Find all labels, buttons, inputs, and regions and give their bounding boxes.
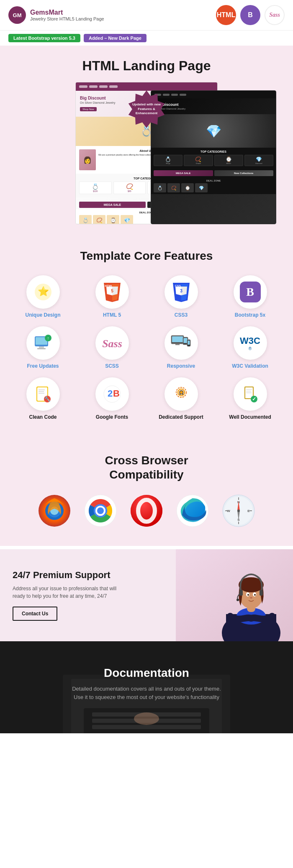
- unique-design-icon: ⭐: [26, 275, 60, 309]
- feature-scss: Sass SCSS: [82, 326, 142, 369]
- mock-nav-light: [76, 82, 217, 91]
- feature-well-documented: ✓ Well Documented: [220, 377, 280, 420]
- support-section: 24/7 Premium Support Address all your is…: [0, 549, 293, 641]
- hero-section: HTML Landing Page Big Discount On Silver…: [0, 46, 293, 233]
- svg-text:CSS: CSS: [175, 284, 181, 287]
- header-left: GM GemsMart Jewelry Store HTML5 Landing …: [8, 6, 104, 24]
- well-documented-label: Well Documented: [229, 414, 271, 420]
- google-fonts-label: Google Fonts: [96, 414, 128, 420]
- support-content: 24/7 Premium Support Address all your is…: [0, 549, 176, 641]
- feature-google-fonts: 2 B Google Fonts: [82, 377, 142, 420]
- chrome-browser: [84, 494, 117, 529]
- svg-rect-23: [175, 344, 180, 345]
- sass-badge: Sass: [265, 5, 285, 25]
- docs-section: Documentation Detailed documentation cov…: [0, 641, 293, 733]
- svg-text:✓: ✓: [252, 396, 256, 402]
- clean-code-icon: 🔧: [26, 377, 60, 411]
- svg-point-58: [97, 507, 104, 514]
- brand-subtitle: Jewelry Store HTML5 Landing Page: [30, 16, 104, 21]
- dedicated-support-icon: 🎧: [164, 377, 198, 411]
- svg-point-98: [134, 712, 159, 725]
- docs-content: Documentation Detailed documentation cov…: [8, 666, 285, 701]
- feature-free-updates: ↑ Free Updates: [13, 326, 73, 369]
- feature-bootstrap: B Bootstrap 5x: [220, 275, 280, 318]
- support-image: [176, 549, 293, 641]
- bootstrap-badge: B: [240, 5, 260, 25]
- feature-w3c: W3C ® W3C Validation: [220, 326, 280, 369]
- html5-label: HTML 5: [103, 312, 121, 318]
- hero-title: HTML Landing Page: [8, 58, 285, 74]
- svg-text:↑: ↑: [47, 336, 49, 341]
- svg-text:Sass: Sass: [102, 338, 122, 350]
- feature-unique-design: ⭐ Unique Design: [13, 275, 73, 318]
- svg-text:🎧: 🎧: [179, 390, 184, 395]
- logo-circle: GM: [8, 6, 26, 24]
- docs-description: Detailed documentation covers all ins an…: [8, 685, 285, 701]
- svg-rect-22: [172, 336, 183, 342]
- google-fonts-icon: 2 B: [95, 377, 129, 411]
- compat-section: Cross BrowserCompatibility: [0, 437, 293, 546]
- svg-rect-88: [239, 590, 243, 596]
- responsive-label: Responsive: [167, 363, 195, 369]
- free-updates-label: Free Updates: [27, 363, 59, 369]
- bootstrap-label: Bootstrap 5x: [235, 312, 265, 318]
- bootstrap-feature-icon: B: [234, 275, 267, 309]
- support-person-svg: [176, 549, 293, 641]
- svg-rect-25: [183, 338, 187, 343]
- svg-rect-97: [92, 725, 201, 729]
- safari-browser: N S E W: [222, 494, 255, 529]
- css3-icon: 3 CSS: [164, 275, 198, 309]
- features-title: Template Core Features: [8, 249, 285, 263]
- svg-point-85: [247, 594, 249, 596]
- dark-page-pill: Added – New Dark Page: [84, 34, 146, 42]
- browsers-row: N S E W: [8, 494, 285, 529]
- brand-info: GemsMart Jewelry Store HTML5 Landing Pag…: [30, 9, 104, 21]
- svg-text:3: 3: [180, 289, 182, 293]
- svg-point-87: [250, 597, 252, 599]
- svg-text:⭐: ⭐: [37, 286, 49, 297]
- features-section: Template Core Features ⭐ Unique Design 5: [0, 233, 293, 437]
- svg-text:W: W: [227, 509, 230, 513]
- svg-point-75: [237, 510, 240, 512]
- svg-rect-16: [39, 346, 44, 348]
- preview-container: Big Discount On Silver Diamond Jewelry S…: [17, 82, 276, 224]
- firefox-browser: [38, 494, 71, 529]
- svg-text:🔧: 🔧: [44, 396, 50, 402]
- docs-title: Documentation: [8, 666, 285, 680]
- responsive-icon: [164, 326, 198, 360]
- bootstrap-pill: Latest Bootstrap version 5.3: [8, 34, 80, 42]
- css3-label: CSS3: [175, 312, 188, 318]
- feature-responsive: Responsive: [151, 326, 211, 369]
- scss-icon: Sass: [95, 326, 129, 360]
- support-title: 24/7 Premium Support: [13, 570, 163, 581]
- w3c-label: W3C Validation: [232, 363, 268, 369]
- brand-name: GemsMart: [30, 9, 104, 16]
- preview-dark: Big Discount On Silver Diamond Jewelry 💎…: [151, 90, 276, 224]
- unique-design-label: Unique Design: [25, 312, 60, 318]
- scss-label: SCSS: [105, 363, 119, 369]
- opera-browser: [130, 494, 163, 529]
- compat-title: Cross BrowserCompatibility: [8, 453, 285, 481]
- header: GM GemsMart Jewelry Store HTML5 Landing …: [0, 0, 293, 31]
- feature-dedicated-support: 🎧 Dedicated Support: [151, 377, 211, 420]
- svg-point-90: [236, 599, 239, 601]
- well-documented-icon: ✓: [234, 377, 267, 411]
- clean-code-label: Clean Code: [29, 414, 57, 420]
- svg-text:2: 2: [108, 388, 113, 399]
- feature-clean-code: 🔧 Clean Code: [13, 377, 73, 420]
- features-grid: ⭐ Unique Design 5 HTML HTML 5: [13, 275, 280, 420]
- support-description: Address all your issue to professionals …: [13, 585, 130, 600]
- header-badges: HTML B Sass: [216, 5, 285, 25]
- svg-rect-27: [188, 341, 190, 345]
- svg-point-86: [254, 594, 256, 596]
- svg-text:B: B: [113, 388, 120, 399]
- contact-button[interactable]: Contact Us: [13, 607, 57, 621]
- free-updates-icon: ↑: [26, 326, 60, 360]
- svg-text:HTML: HTML: [105, 284, 113, 287]
- edge-browser: [176, 494, 209, 529]
- feature-html5: 5 HTML HTML 5: [82, 275, 142, 318]
- svg-rect-89: [260, 590, 263, 596]
- section-divider-1: [0, 546, 293, 549]
- dedicated-support-label: Dedicated Support: [159, 414, 203, 420]
- svg-text:E: E: [247, 509, 250, 513]
